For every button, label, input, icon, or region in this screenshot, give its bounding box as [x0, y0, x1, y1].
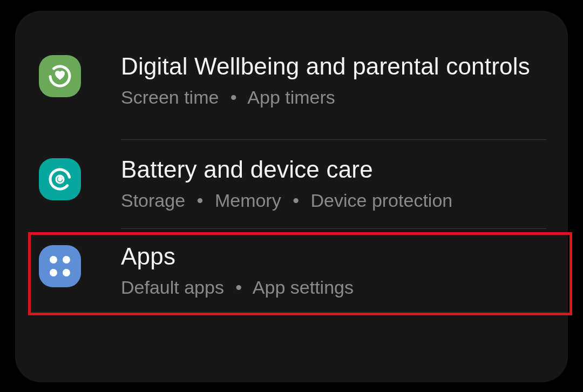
- icon-wrap: [39, 155, 89, 200]
- settings-item-subtitle: Default apps • App settings: [121, 275, 546, 299]
- subtitle-part: App settings: [253, 277, 354, 298]
- svg-point-2: [58, 177, 62, 181]
- separator-dot: •: [229, 275, 248, 299]
- apps-icon: [39, 245, 81, 287]
- subtitle-part: Memory: [215, 190, 281, 211]
- settings-item-title: Battery and device care: [121, 155, 546, 184]
- settings-item-title: Apps: [121, 242, 546, 271]
- wellbeing-icon: [39, 55, 81, 97]
- settings-item-texts: Apps Default apps • App settings: [89, 242, 546, 299]
- icon-wrap: [39, 242, 89, 287]
- settings-item-digital-wellbeing[interactable]: Digital Wellbeing and parental controls …: [15, 37, 568, 139]
- device-care-icon: [39, 158, 81, 200]
- subtitle-part: Storage: [121, 190, 185, 211]
- icon-wrap: [39, 52, 89, 97]
- subtitle-part: Default apps: [121, 277, 224, 298]
- separator-dot: •: [191, 188, 210, 212]
- separator-dot: •: [224, 85, 243, 109]
- settings-panel: Digital Wellbeing and parental controls …: [15, 11, 568, 382]
- settings-item-apps[interactable]: Apps Default apps • App settings: [15, 229, 568, 312]
- settings-item-texts: Digital Wellbeing and parental controls …: [89, 52, 546, 109]
- subtitle-part: App timers: [247, 87, 335, 107]
- settings-item-subtitle: Screen time • App timers: [121, 85, 546, 109]
- settings-item-battery-device-care[interactable]: Battery and device care Storage • Memory…: [15, 140, 568, 228]
- settings-item-texts: Battery and device care Storage • Memory…: [89, 155, 546, 212]
- settings-item-subtitle: Storage • Memory • Device protection: [121, 188, 546, 212]
- settings-item-title: Digital Wellbeing and parental controls: [121, 52, 546, 81]
- separator-dot: •: [286, 188, 306, 212]
- subtitle-part: Device protection: [311, 190, 453, 211]
- subtitle-part: Screen time: [121, 87, 219, 107]
